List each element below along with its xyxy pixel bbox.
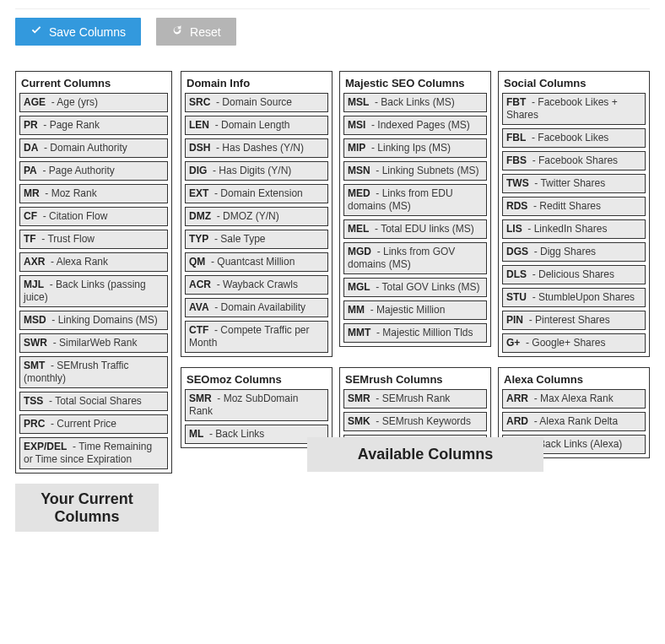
reset-icon — [171, 24, 183, 39]
column-item[interactable]: FBL - Facebook Likes — [502, 128, 646, 148]
social-list: FBT - Facebook Likes + SharesFBL - Faceb… — [502, 93, 646, 353]
column-item[interactable]: MR - Moz Rank — [19, 184, 168, 203]
column-item[interactable]: SMK - SEMrush Keywords — [343, 412, 487, 431]
column-item[interactable]: EXP/DEL - Time Remaining or Time since E… — [19, 437, 168, 469]
column-item[interactable]: MGD - Links from GOV domains (MS) — [343, 242, 487, 274]
majestic-list: MSL - Back Links (MS)MSI - Indexed Pages… — [343, 93, 487, 343]
column-item[interactable]: TF - Trust Flow — [19, 230, 168, 249]
column-item[interactable]: CTF - Compete Traffic per Month — [185, 321, 328, 353]
column-item[interactable]: MM - Majestic Million — [343, 300, 487, 320]
social-columns-panel: Social Columns FBT - Facebook Likes + Sh… — [498, 71, 650, 357]
column-item[interactable]: SMR - Moz SubDomain Rank — [185, 389, 328, 421]
column-item[interactable]: TYP - Sale Type — [185, 230, 328, 249]
column-item[interactable]: FBT - Facebook Likes + Shares — [502, 93, 646, 125]
column-item[interactable]: RDS - Reditt Shares — [502, 197, 646, 216]
column-item[interactable]: MED - Links from EDU domains (MS) — [343, 184, 487, 216]
column-item[interactable]: DSH - Has Dashes (Y/N) — [185, 138, 328, 158]
seomoz-list: SMR - Moz SubDomain RankML - Back Links — [185, 389, 328, 444]
column-item[interactable]: MIP - Linking Ips (MS) — [343, 138, 487, 158]
column-item[interactable]: QM - Quantcast Million — [185, 252, 328, 272]
available-columns-label: Available Columns — [307, 437, 543, 472]
panel-title: SEMrush Columns — [343, 371, 487, 389]
column-item[interactable]: EXT - Domain Extension — [185, 184, 328, 203]
current-columns-panel: Current Columns AGE - Age (yrs)PR - Page… — [15, 71, 172, 474]
majestic-seo-panel: Majestic SEO Columns MSL - Back Links (M… — [339, 71, 491, 347]
available-area: Domain Info SRC - Domain SourceLEN - Dom… — [181, 71, 650, 468]
panel-title: Majestic SEO Columns — [343, 75, 487, 93]
column-item[interactable]: CF - Citation Flow — [19, 207, 168, 226]
column-item[interactable]: MGL - Total GOV Links (MS) — [343, 278, 487, 297]
column-item[interactable]: DMZ - DMOZ (Y/N) — [185, 207, 328, 226]
domain-info-panel: Domain Info SRC - Domain SourceLEN - Dom… — [181, 71, 332, 357]
column-item[interactable]: SMT - SEMrush Traffic (monthly) — [19, 356, 168, 388]
save-columns-button[interactable]: Save Columns — [15, 18, 141, 46]
column-item[interactable]: PR - Page Rank — [19, 116, 168, 135]
column-item[interactable]: MMT - Majestic Million Tlds — [343, 323, 487, 343]
current-columns-list: AGE - Age (yrs)PR - Page RankDA - Domain… — [19, 93, 168, 469]
column-item[interactable]: DLS - Delicious Shares — [502, 265, 646, 284]
panel-title: Alexa Columns — [502, 371, 646, 389]
column-item[interactable]: SRC - Domain Source — [185, 93, 328, 112]
reset-button[interactable]: Reset — [156, 18, 236, 46]
column-item[interactable]: ACR - Wayback Crawls — [185, 275, 328, 295]
column-item[interactable]: AVA - Domain Availability — [185, 298, 328, 317]
column-item[interactable]: TWS - Twitter Shares — [502, 174, 646, 193]
column-item[interactable]: DGS - Digg Shares — [502, 242, 646, 262]
column-item[interactable]: LIS - LinkedIn Shares — [502, 219, 646, 239]
toolbar: Save Columns Reset — [15, 8, 650, 46]
column-item[interactable]: SWR - SimilarWeb Rank — [19, 333, 168, 353]
reset-button-label: Reset — [190, 25, 221, 39]
column-item[interactable]: MSD - Linking Domains (MS) — [19, 311, 168, 330]
panel-title: Domain Info — [185, 75, 328, 93]
column-item[interactable]: AXR - Alexa Rank — [19, 252, 168, 272]
column-item[interactable]: MSL - Back Links (MS) — [343, 93, 487, 112]
column-item[interactable]: TSS - Total Social Shares — [19, 392, 168, 411]
seomoz-panel: SEOmoz Columns SMR - Moz SubDomain RankM… — [181, 367, 332, 448]
save-button-label: Save Columns — [49, 25, 126, 39]
column-item[interactable]: AGE - Age (yrs) — [19, 93, 168, 112]
column-item[interactable]: MSN - Linking Subnets (MS) — [343, 161, 487, 181]
column-item[interactable]: MSI - Indexed Pages (MS) — [343, 116, 487, 135]
panel-title: Social Columns — [502, 75, 646, 93]
column-item[interactable]: ARR - Max Alexa Rank — [502, 389, 646, 409]
column-item[interactable]: G+ - Google+ Shares — [502, 333, 646, 353]
column-item[interactable]: MJL - Back Links (passing juice) — [19, 275, 168, 307]
row-1: Domain Info SRC - Domain SourceLEN - Dom… — [181, 71, 650, 357]
column-item[interactable]: DIG - Has Digits (Y/N) — [185, 161, 328, 181]
column-item[interactable]: ARD - Alexa Rank Delta — [502, 412, 646, 431]
panel-title: Current Columns — [19, 75, 168, 93]
left-column: Current Columns AGE - Age (yrs)PR - Page… — [15, 71, 172, 532]
column-item[interactable]: PIN - Pinterest Shares — [502, 311, 646, 330]
column-item[interactable]: PA - Page Authority — [19, 161, 168, 181]
columns-area: Current Columns AGE - Age (yrs)PR - Page… — [15, 71, 650, 532]
panel-title: SEOmoz Columns — [185, 371, 328, 389]
column-item[interactable]: MEL - Total EDU links (MS) — [343, 219, 487, 239]
check-icon — [30, 24, 42, 39]
your-current-columns-label: Your Current Columns — [15, 484, 159, 532]
column-item[interactable]: PRC - Current Price — [19, 414, 168, 434]
column-item[interactable]: STU - StumbleUpon Shares — [502, 288, 646, 307]
column-item[interactable]: LEN - Domain Length — [185, 116, 328, 135]
column-item[interactable]: SMR - SEMrush Rank — [343, 389, 487, 409]
column-item[interactable]: FBS - Facebook Shares — [502, 151, 646, 170]
domain-info-list: SRC - Domain SourceLEN - Domain LengthDS… — [185, 93, 328, 353]
column-item[interactable]: DA - Domain Authority — [19, 138, 168, 158]
